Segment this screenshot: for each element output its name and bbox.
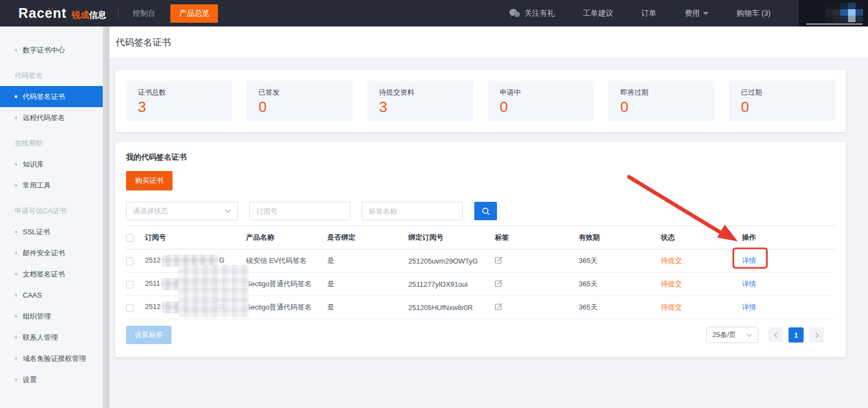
stat-value: 0 [741, 100, 835, 116]
page-size-value: 25条/页 [712, 330, 736, 340]
status-select[interactable]: 请选择状态 [126, 202, 238, 220]
bullet-dot-icon [15, 357, 17, 360]
panel-title: 我的代码签名证书 [126, 153, 835, 162]
nav-orders[interactable]: 订单 [641, 9, 657, 18]
sidebar-group-online-help: 在线帮助 [0, 133, 109, 154]
sidebar-item-ssl-cert[interactable]: SSL证书 [0, 221, 103, 242]
bullet-dot-icon [15, 315, 17, 318]
detail-link[interactable]: 详情 [742, 280, 756, 288]
search-icon [481, 207, 491, 216]
bullet-dot-icon [15, 336, 17, 339]
subscription-input[interactable] [249, 202, 350, 220]
is-bound: 是 [327, 296, 408, 319]
sidebar-item-org-management[interactable]: 组织管理 [0, 306, 103, 327]
bound-subscription-id: 251205uvm29OWTyG [408, 249, 495, 273]
product-name: Sectigo普通代码签名 [246, 296, 327, 319]
status-select-placeholder: 请选择状态 [133, 206, 168, 216]
edit-tag-icon[interactable] [495, 256, 503, 264]
stat-label: 已签发 [259, 88, 353, 97]
sidebar-item-remote-code-signing[interactable]: 远程代码签名 [0, 107, 103, 128]
sidebar-item-cert-center[interactable]: 数字证书中心 [0, 40, 103, 61]
stat-label: 即将过期 [620, 88, 714, 97]
stat-expiring-soon: 即将过期 0 [608, 81, 714, 121]
logo-umlaut-dots: ˑˑ [48, 5, 54, 14]
stats-card: 证书总数 3 已签发 0 待提交资料 3 申请中 0 即将过期 0 [115, 70, 846, 132]
nav-cart[interactable]: 购物车 (3) [737, 9, 771, 18]
page-size-select[interactable]: 25条/页 [706, 327, 758, 343]
censored-id-mosaic [162, 255, 218, 267]
buy-cert-button[interactable]: 购买证书 [126, 171, 173, 190]
col-bound-subscription: 绑定订阅号 [408, 226, 495, 249]
racent-logo[interactable]: Racentˑˑ 锐成信息 [18, 5, 106, 21]
bullet-dot-icon [15, 184, 17, 187]
search-button[interactable] [474, 202, 497, 220]
next-page-button[interactable] [809, 327, 824, 343]
prev-page-button[interactable] [768, 327, 783, 343]
table-row: 2512G 锐安信 EV代码签名 是 251205uvm29OWTyG 365天… [126, 249, 835, 273]
tag-name-input[interactable] [362, 202, 463, 220]
col-product: 产品名称 [246, 226, 327, 249]
nav-fees[interactable]: 费用 [685, 9, 708, 18]
sidebar-item-domain-auth-management[interactable]: 域名免验证授权管理 [0, 348, 103, 369]
stat-pending-materials: 待提交资料 3 [367, 81, 473, 121]
sidebar-item-settings[interactable]: 设置 [0, 369, 103, 390]
user-account-area[interactable] [799, 0, 868, 27]
nav-ticket-suggest[interactable]: 工单建议 [583, 9, 613, 18]
logo-en-text: Racentˑˑ [18, 5, 67, 21]
stat-value: 3 [138, 100, 232, 116]
pagination: 25条/页 1 [706, 327, 824, 343]
set-tag-button[interactable]: 设置标签 [126, 326, 171, 344]
stat-issued: 已签发 0 [247, 81, 353, 121]
certificates-table: 订阅号 产品名称 是否绑定 绑定订阅号 标签 有效期 状态 操作 [126, 226, 835, 319]
current-page-button[interactable]: 1 [789, 327, 804, 343]
sidebar-item-email-cert[interactable]: 邮件安全证书 [0, 242, 103, 264]
sidebar-item-contact-management[interactable]: 联系人管理 [0, 327, 103, 348]
stat-value: 3 [379, 100, 473, 116]
sidebar-item-common-tools[interactable]: 常用工具 [0, 175, 103, 196]
product-name: Sectigo普通代码签名 [246, 273, 327, 296]
sidebar-scrollbar[interactable] [103, 27, 109, 408]
col-bound: 是否绑定 [327, 226, 408, 249]
sidebar-item-knowledge-base[interactable]: 知识库 [0, 154, 103, 175]
detail-link[interactable]: 详情 [742, 256, 756, 265]
stat-label: 已过期 [741, 88, 835, 97]
sidebar-item-caas[interactable]: CAAS [0, 285, 103, 306]
bound-subscription-id: 2511277ylOX91oui [408, 273, 495, 296]
bullet-dot-icon [15, 252, 17, 254]
col-status: 状态 [661, 226, 742, 249]
row-checkbox[interactable] [126, 304, 134, 312]
row-checkbox[interactable] [126, 258, 134, 265]
logo-cn-text: 锐成信息 [71, 10, 106, 21]
bullet-dot-icon [15, 49, 17, 51]
sidebar-item-code-signing-cert[interactable]: 代码签名证书 [0, 86, 103, 107]
sidebar-group-code-signing: 代码签名 [0, 65, 109, 86]
nav-follow-gift[interactable]: 关注有礼 [509, 9, 555, 18]
is-bound: 是 [327, 273, 408, 296]
nav-console[interactable]: 控制台 [132, 9, 155, 18]
row-checkbox[interactable] [126, 281, 134, 288]
col-action: 操作 [742, 226, 835, 249]
col-validity: 有效期 [579, 226, 661, 249]
detail-link[interactable]: 详情 [742, 303, 756, 311]
select-all-checkbox[interactable] [126, 234, 134, 242]
col-tag: 标签 [495, 226, 579, 249]
stat-label: 证书总数 [138, 88, 232, 97]
status-badge: 待提交 [661, 273, 742, 296]
product-name: 锐安信 EV代码签名 [246, 249, 327, 273]
status-badge: 待提交 [661, 249, 742, 273]
nav-product-overview[interactable]: 产品总览 [170, 4, 218, 23]
censored-id-mosaic [161, 278, 217, 290]
edit-tag-icon[interactable] [495, 279, 503, 287]
validity: 365天 [579, 273, 661, 296]
status-badge: 待提交 [661, 296, 742, 319]
page-titlebar: 代码签名证书 [109, 27, 868, 58]
bullet-dot-icon [15, 95, 17, 98]
censored-id-mosaic [162, 301, 218, 313]
sidebar-item-doc-signing-cert[interactable]: 文档签名证书 [0, 264, 103, 285]
bullet-dot-icon [15, 294, 17, 297]
bullet-dot-icon [15, 378, 17, 381]
table-row: 2512R Sectigo普通代码签名 是 251205HUfNxw8r0R 3… [126, 296, 835, 319]
edit-tag-icon[interactable] [495, 302, 503, 311]
certificates-panel: 我的代码签名证书 购买证书 请选择状态 [115, 142, 846, 357]
wechat-icon [509, 9, 520, 18]
